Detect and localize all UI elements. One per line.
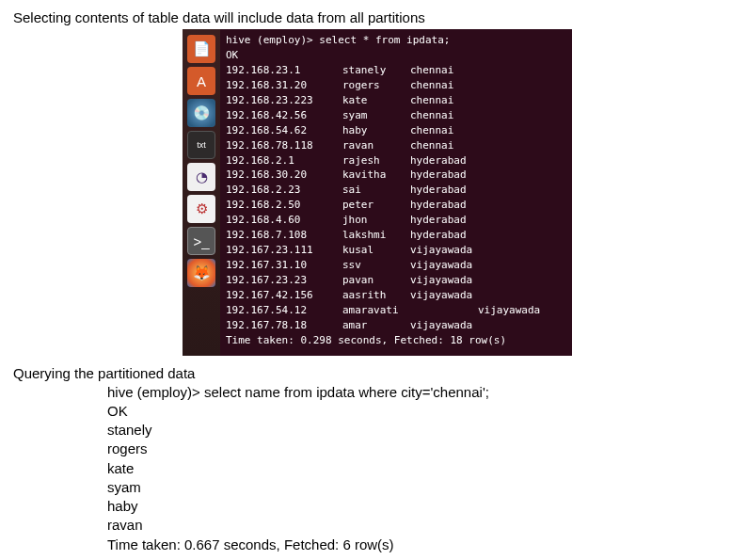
result-name: rogers: [107, 440, 734, 458]
impress-icon: 📄: [187, 35, 215, 63]
hive-query-line: hive (employ)> select name from ipdata w…: [107, 383, 734, 402]
table-row: 192.167.42.156aasrithvijayawada: [226, 288, 566, 303]
ok-line: OK: [226, 48, 566, 63]
result-name: kate: [107, 459, 734, 478]
terminal-screenshot: 📄 A 💿 txt ◔ ⚙ >_ 🦊 hive (employ)> select…: [183, 29, 572, 356]
time-taken-line: Time taken: 0.298 seconds, Fetched: 18 r…: [226, 333, 566, 348]
query-block: hive (employ)> select name from ipdata w…: [107, 383, 734, 554]
result-name: syam: [107, 478, 734, 497]
table-row: 192.167.31.10ssvvijayawada: [226, 258, 566, 273]
table-row: 192.168.2.50peterhyderabad: [226, 198, 566, 213]
table-row: 192.167.23.111kusalvijayawada: [226, 243, 566, 258]
table-row: 192.168.23.1stanelychennai: [226, 63, 566, 78]
table-row: 192.168.23.223katechennai: [226, 93, 566, 108]
time-taken-line: Time taken: 0.667 seconds, Fetched: 6 ro…: [107, 536, 734, 554]
table-row: 192.168.4.60jhonhyderabad: [226, 213, 566, 228]
ok-line: OK: [107, 402, 734, 421]
table-row: 192.168.2.23saihyderabad: [226, 183, 566, 198]
table-row: 192.168.30.20kavithahyderabad: [226, 168, 566, 183]
terminal-icon: >_: [187, 227, 215, 255]
table-row: 192.168.54.62habychennai: [226, 123, 566, 138]
result-name: ravan: [107, 516, 734, 535]
text-editor-icon: txt: [187, 131, 215, 159]
hive-prompt-line: hive (employ)> select * from ipdata;: [226, 33, 566, 48]
table-row: 192.168.42.56syamchennai: [226, 108, 566, 123]
settings-icon: ⚙: [187, 195, 215, 223]
heading-query-partitioned: Querying the partitioned data: [13, 365, 734, 381]
table-row: 192.168.2.1rajeshhyderabad: [226, 153, 566, 168]
terminal-output: hive (employ)> select * from ipdata; OK …: [220, 29, 572, 356]
unity-launcher: 📄 A 💿 txt ◔ ⚙ >_ 🦊: [183, 29, 220, 356]
table-row: 192.168.7.108lakshmihyderabad: [226, 228, 566, 243]
software-center-icon: A: [187, 67, 215, 95]
table-row: 192.168.78.118ravanchennai: [226, 138, 566, 153]
media-icon: 💿: [187, 99, 215, 127]
table-row: 192.168.31.20rogerschennai: [226, 78, 566, 93]
result-name: stanely: [107, 421, 734, 440]
heading-select-all: Selecting contents of table data will in…: [13, 9, 734, 25]
firefox-icon: 🦊: [187, 259, 215, 287]
result-name: haby: [107, 497, 734, 516]
table-row: 192.167.23.23pavanvijayawada: [226, 273, 566, 288]
table-row: 192.167.78.18amarvijayawada: [226, 318, 566, 333]
eclipse-icon: ◔: [187, 163, 215, 191]
table-row: 192.167.54.12amaravativijayawada: [226, 303, 566, 318]
